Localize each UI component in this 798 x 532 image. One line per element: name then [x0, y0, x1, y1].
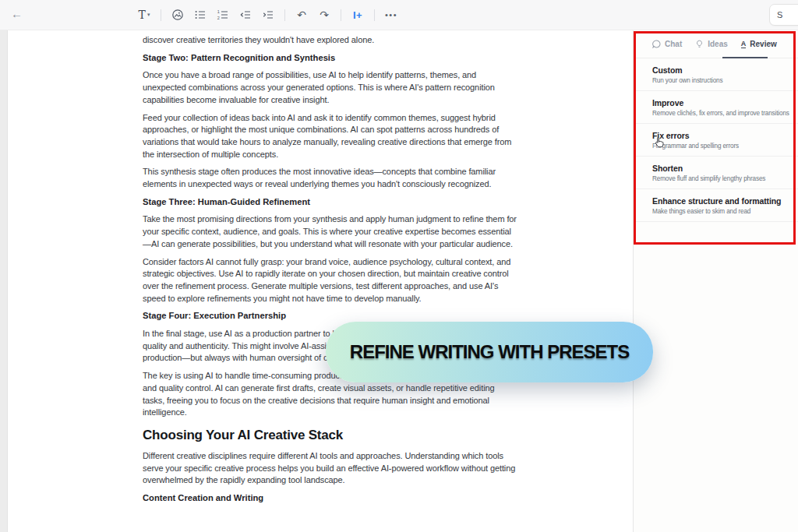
- preset-description: Remove fluff and simplify lengthy phrase…: [652, 175, 789, 182]
- bullet-list-icon: [194, 9, 207, 21]
- preset-item[interactable]: Improve Remove clichés, fix errors, and …: [634, 91, 798, 124]
- document-block: Stage Two: Pattern Recognition and Synth…: [143, 52, 517, 65]
- document-area[interactable]: discover creative territories they would…: [0, 30, 633, 532]
- preset-description: Make things easier to skim and read: [652, 208, 789, 215]
- ellipsis-icon: •••: [385, 10, 397, 19]
- indent-button[interactable]: [258, 5, 278, 24]
- insert-image-button[interactable]: [168, 5, 188, 24]
- document-block: Consider factors AI cannot fully grasp: …: [143, 256, 517, 305]
- undo-button[interactable]: ↶: [291, 5, 312, 24]
- share-button[interactable]: S: [769, 4, 798, 26]
- indent-icon: [262, 9, 274, 21]
- document-block: Take the most promising directions from …: [143, 213, 517, 250]
- share-button-label: S: [777, 10, 782, 19]
- document-block: Feed your collection of ideas back into …: [143, 112, 517, 161]
- preset-description: Fix grammar and spelling errors: [652, 143, 789, 150]
- panel-tabs: Chat Ideas A Review: [634, 30, 798, 58]
- review-icon: A: [741, 40, 747, 48]
- preset-item[interactable]: Fix errors Fix grammar and spelling erro…: [634, 124, 798, 157]
- redo-icon: ↷: [320, 9, 329, 21]
- numbered-list-button[interactable]: 12: [213, 5, 233, 24]
- preset-title: Improve: [652, 98, 789, 107]
- preset-title: Enhance structure and formatting: [652, 196, 789, 206]
- image-icon: [171, 9, 184, 21]
- formatting-toolbar: T ▾ 12: [134, 5, 401, 24]
- document-block: Stage Three: Human-Guided Refinement: [143, 196, 517, 209]
- undo-icon: ↶: [297, 9, 306, 21]
- document-block: Choosing Your AI Creative Stack: [143, 427, 517, 444]
- preset-item[interactable]: Shorten Remove fluff and simplify length…: [634, 157, 798, 189]
- chevron-down-icon: ▾: [147, 12, 150, 18]
- svg-text:1: 1: [217, 9, 220, 14]
- tab-label: Review: [750, 40, 776, 48]
- page-margin-strip: [0, 30, 8, 532]
- toolbar-separator: [341, 9, 341, 21]
- bullet-list-button[interactable]: [190, 5, 210, 24]
- preset-list: Custom Run your own instructions Improve…: [634, 58, 798, 222]
- outdent-button[interactable]: [235, 5, 256, 24]
- tab-chat[interactable]: Chat: [652, 40, 682, 48]
- assistant-panel: Chat Ideas A Review Custom Run your own …: [633, 30, 798, 532]
- document-block: This synthesis stage often produces the …: [143, 166, 517, 190]
- preset-item[interactable]: Custom Run your own instructions: [634, 58, 798, 91]
- document-block: Stage Four: Execution Partnership: [143, 310, 517, 322]
- caption-banner-text: REFINE WRITING WITH PRESETS: [350, 341, 629, 363]
- chat-icon: [652, 40, 661, 48]
- text-style-label: T: [139, 9, 146, 21]
- ai-writer-icon: I+: [353, 9, 362, 21]
- preset-title: Custom: [652, 65, 789, 75]
- preset-description: Remove clichés, fix errors, and improve …: [652, 110, 789, 117]
- toolbar-separator: [161, 9, 161, 21]
- caption-banner: REFINE WRITING WITH PRESETS: [326, 322, 653, 382]
- tab-label: Chat: [665, 40, 682, 48]
- document-block: Once you have a broad range of possibili…: [143, 69, 517, 106]
- redo-button[interactable]: ↷: [314, 5, 334, 24]
- more-options-button[interactable]: •••: [381, 5, 401, 24]
- toolbar-separator: [374, 9, 375, 21]
- preset-description: Run your own instructions: [652, 77, 789, 84]
- active-tab-underline: [722, 57, 768, 58]
- numbered-list-icon: 12: [217, 9, 229, 21]
- document-block: discover creative territories they would…: [143, 34, 517, 47]
- document-block: Different creative disciplines require d…: [143, 450, 517, 487]
- preset-title: Shorten: [652, 164, 789, 173]
- lightbulb-icon: [695, 40, 704, 48]
- top-toolbar: ← T ▾ 12: [0, 0, 798, 30]
- preset-item[interactable]: Enhance structure and formatting Make th…: [634, 189, 798, 222]
- text-style-button[interactable]: T ▾: [134, 5, 154, 24]
- toolbar-separator: [284, 9, 285, 21]
- svg-text:2: 2: [217, 16, 220, 20]
- tab-ideas[interactable]: Ideas: [695, 40, 728, 48]
- outdent-icon: [239, 9, 252, 21]
- ai-assistant-button[interactable]: I+: [348, 5, 368, 24]
- document-content: discover creative territories they would…: [143, 34, 517, 510]
- preset-title: Fix errors: [652, 131, 789, 140]
- tab-review[interactable]: A Review: [741, 40, 777, 48]
- back-icon[interactable]: ←: [11, 7, 23, 20]
- document-block: Content Creation and Writing: [143, 492, 517, 505]
- tab-label: Ideas: [708, 40, 728, 48]
